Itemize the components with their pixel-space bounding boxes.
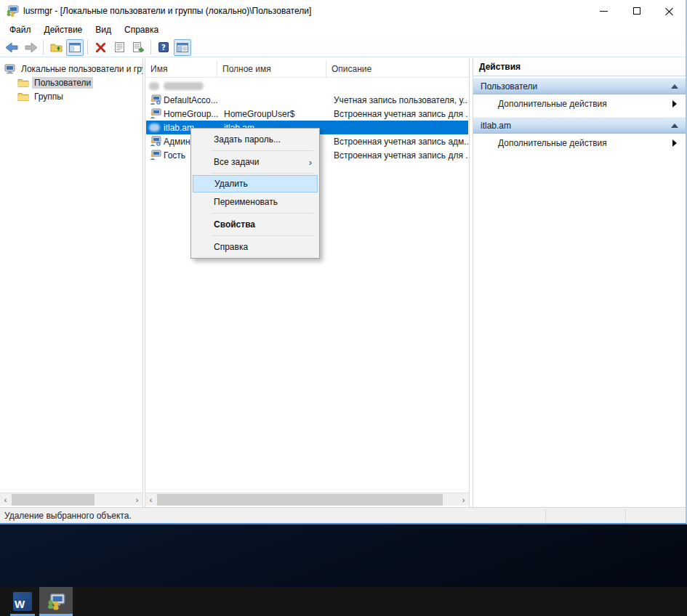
menu-item-rename[interactable]: Переименовать	[191, 192, 319, 211]
close-button[interactable]	[653, 0, 686, 22]
lusrmgr-icon	[47, 593, 65, 610]
tree-root-label: Локальные пользователи и гру	[19, 63, 142, 75]
taskbar-lusrmgr-button[interactable]	[39, 587, 73, 616]
cell-description: Встроенная учетная запись адм...	[327, 137, 468, 147]
console-window-icon	[69, 43, 81, 52]
computer-icon	[4, 64, 16, 74]
taskbar: W	[0, 587, 687, 616]
export-list-button[interactable]	[129, 39, 147, 56]
cell-description: Встроенная учетная запись для ...	[327, 109, 468, 119]
submenu-arrow-icon	[672, 139, 677, 147]
scrollbar-thumb[interactable]	[12, 494, 95, 506]
user-icon	[149, 150, 161, 161]
table-row-redacted[interactable]	[146, 79, 468, 93]
back-button[interactable]	[3, 39, 20, 56]
properties-icon	[115, 42, 124, 52]
maximize-button[interactable]	[620, 0, 653, 22]
forward-arrow-icon	[25, 43, 37, 52]
word-icon: W	[13, 592, 32, 611]
tree-root-local-users-groups[interactable]: Локальные пользователи и гру	[0, 62, 142, 76]
users-list-panel: Имя Полное имя Описание DefaultAcco... У…	[145, 58, 470, 507]
more-actions-itlab[interactable]: Дополнительные действия	[473, 134, 686, 152]
scroll-right-icon[interactable]: ›	[458, 493, 469, 506]
redacted-name	[164, 82, 204, 90]
actions-panel-title: Действия	[473, 58, 686, 76]
tree-item-label: Пользователи	[32, 77, 93, 89]
table-row[interactable]: DefaultAcco... Учетная запись пользовате…	[146, 93, 468, 107]
menu-separator	[212, 235, 313, 236]
lusrmgr-app-icon	[6, 5, 19, 17]
table-row[interactable]: HomeGroup... HomeGroupUser$ Встроенная у…	[146, 107, 468, 121]
taskbar-word-button[interactable]: W	[6, 587, 39, 616]
list-header: Имя Полное имя Описание	[145, 60, 469, 78]
menubar: Файл Действие Вид Справка	[0, 22, 686, 38]
cell-description: Встроенная учетная запись для ...	[327, 150, 468, 161]
menu-separator	[212, 150, 313, 151]
cell-fullname: HomeGroupUser$	[218, 109, 327, 119]
menu-help[interactable]: Справка	[118, 23, 165, 37]
statusbar-divider	[625, 509, 626, 522]
export-list-icon	[133, 42, 144, 52]
titlebar[interactable]: lusrmgr - [Локальные пользователи и груп…	[0, 0, 686, 22]
column-header-name[interactable]: Имя	[145, 60, 217, 77]
menu-view[interactable]: Вид	[89, 23, 118, 37]
minimize-button[interactable]	[587, 0, 620, 22]
more-actions-users[interactable]: Дополнительные действия	[473, 95, 686, 113]
section-header-label: itlab.am	[481, 121, 671, 131]
scroll-left-icon[interactable]: ‹	[145, 493, 156, 506]
cell-name: DefaultAcco...	[164, 95, 218, 105]
menu-item-set-password[interactable]: Задать пароль...	[191, 130, 319, 149]
more-actions-label: Дополнительные действия	[498, 138, 672, 148]
scrollbar-thumb[interactable]	[157, 494, 443, 506]
folder-icon	[17, 78, 29, 88]
menu-action[interactable]: Действие	[38, 23, 89, 37]
up-folder-icon	[50, 42, 63, 52]
up-one-level-button[interactable]	[47, 39, 65, 56]
list-horizontal-scrollbar[interactable]: ‹ ›	[145, 493, 469, 506]
scroll-left-icon[interactable]: ‹	[0, 493, 11, 506]
maximize-icon	[633, 7, 640, 15]
show-console-tree-button[interactable]	[174, 39, 191, 56]
actions-section-users[interactable]: Пользователи	[473, 78, 686, 94]
forward-button[interactable]	[22, 39, 39, 56]
section-header-label: Пользователи	[481, 81, 671, 92]
menu-file[interactable]: Файл	[3, 23, 38, 37]
help-button[interactable]: ?	[155, 39, 172, 56]
help-icon: ?	[158, 42, 169, 52]
collapse-icon[interactable]	[671, 123, 678, 128]
menu-separator	[212, 213, 313, 214]
properties-button[interactable]	[111, 39, 128, 56]
user-icon	[149, 94, 161, 105]
actions-section-itlab[interactable]: itlab.am	[473, 117, 686, 134]
tree-item-label: Группы	[32, 91, 65, 102]
delete-x-icon	[96, 43, 105, 52]
tree-horizontal-scrollbar[interactable]: ‹ ›	[0, 493, 142, 506]
scroll-right-icon[interactable]: ›	[132, 493, 142, 506]
console-tree-panel: Локальные пользователи и гру Пользовател…	[0, 58, 143, 507]
desktop: lusrmgr - [Локальные пользователи и груп…	[0, 0, 687, 616]
status-text: Удаление выбранного объекта.	[4, 511, 132, 521]
menu-item-all-tasks[interactable]: Все задачи ›	[191, 153, 319, 171]
tree-item-users[interactable]: Пользователи	[0, 76, 142, 89]
cell-name: HomeGroup...	[164, 109, 218, 119]
console-window-button[interactable]	[66, 39, 84, 56]
status-bar: Удаление выбранного объекта.	[0, 507, 686, 523]
more-actions-label: Дополнительные действия	[498, 99, 672, 109]
menu-item-delete[interactable]: Удалить	[193, 175, 318, 192]
cell-description: Учетная запись пользователя, у...	[327, 95, 468, 105]
window-title: lusrmgr - [Локальные пользователи и груп…	[23, 6, 311, 16]
tree-item-groups[interactable]: Группы	[0, 90, 142, 103]
column-header-description[interactable]: Описание	[326, 60, 469, 77]
collapse-icon[interactable]	[671, 84, 678, 89]
user-icon	[149, 136, 161, 147]
delete-button[interactable]	[92, 39, 109, 56]
statusbar-divider	[545, 509, 546, 522]
user-icon	[149, 108, 161, 119]
menu-item-label: Все задачи	[214, 157, 260, 167]
menu-item-help[interactable]: Справка	[191, 238, 319, 256]
lusrmgr-window: lusrmgr - [Локальные пользователи и груп…	[0, 0, 687, 524]
column-header-fullname[interactable]: Полное имя	[217, 60, 326, 77]
show-console-tree-icon	[177, 43, 188, 52]
menu-item-properties[interactable]: Свойства	[191, 215, 319, 234]
submenu-chevron-icon: ›	[309, 157, 312, 168]
